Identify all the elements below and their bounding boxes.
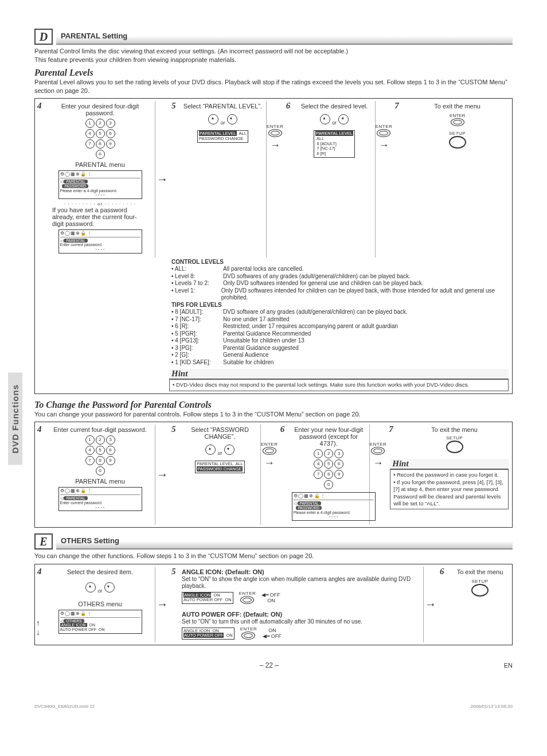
or-text: or	[217, 450, 222, 456]
enter-button-icon	[451, 118, 464, 126]
parental-menu-screen-2: ⚙ ◯ ▦ ⊕ 🔒 ⋮ ◁ PARENTAL Enter current pas…	[58, 229, 142, 254]
step-4: 4 Enter your desired four-digit password…	[35, 101, 155, 257]
auto-power-off-block: AUTO POWER OFF: (Default: ON) Set to “ON…	[182, 611, 420, 641]
step-num: 4	[37, 424, 42, 434]
step-num: 6	[280, 424, 285, 434]
up-arrow-icon	[208, 114, 218, 124]
page-number: – 22 –	[34, 661, 504, 669]
mini-menu: PARENTAL LEVEL ALL PASSWORD CHANGE	[197, 130, 248, 142]
enter-button-icon	[241, 632, 255, 640]
or-divider: · · · · · · · · · or · · · · · · · · ·	[49, 201, 151, 206]
setup-label: SETUP	[400, 435, 509, 441]
setup-button-icon	[471, 584, 489, 597]
section-title-e: OTHERS Setting	[56, 533, 513, 550]
enter-button-group: ENTER →	[261, 424, 278, 469]
enter-button-icon	[377, 129, 390, 137]
section-letter-e: E	[34, 533, 53, 550]
or-text: or	[220, 120, 225, 126]
others-step-6: 6 To exit the menu SETUP	[437, 567, 512, 642]
step-text: Select the desired item.	[49, 568, 151, 575]
hint-text: • Record the password in case you forget…	[390, 469, 509, 509]
up-arrow-icon	[85, 582, 96, 593]
up-arrow-icon	[205, 445, 216, 455]
mini-menu: PARENTAL LEVEL ALL 8 [ADULT] 7 [NC-17] 6…	[314, 130, 355, 157]
mini-menu: PARENTAL LEVEL ALL PASSWORD CHANGE	[195, 461, 244, 473]
change-password-heading: To Change the Password for Parental Cont…	[34, 400, 513, 410]
hint-title: Hint	[169, 369, 509, 379]
setup-button-icon	[449, 136, 466, 149]
print-line: DVC840G_E8A02UD.indd 22 2006/01/12 13:08…	[34, 704, 513, 709]
step-num: 5	[171, 101, 176, 111]
parental-menu-screen-1: ⚙ ◯ ▦ ⊕ 🔒 ⋮ ◁ PARENTAL PASSWORD Please e…	[58, 170, 142, 199]
step-num: 4	[37, 101, 42, 111]
tips-title: TIPS FOR LEVELS	[171, 302, 222, 308]
pw-step-6: 6 Enter your new four-digit password (ex…	[278, 424, 370, 525]
change-password-text: You can change your password for parenta…	[34, 410, 513, 419]
flow-arrow-icon: →	[155, 173, 169, 186]
step-num: 7	[394, 101, 399, 111]
side-tab: DVD Functions	[8, 373, 22, 465]
print-date: 2006/01/12 13:08:20	[471, 704, 513, 709]
hint-box: Hint • DVD-Video discs may not respond t…	[169, 369, 509, 391]
step-num: 7	[389, 424, 393, 434]
option-arrows: ON ◀━ OFF	[263, 628, 282, 639]
step-text: Select “PARENTAL LEVEL”.	[183, 103, 263, 110]
pw-step-7: 7 To exit the menu SETUP Hint • Record t…	[386, 424, 512, 525]
control-levels: CONTROL LEVELS • ALL:All parental locks …	[166, 258, 512, 368]
parental-screen: ⚙ ◯ ▦ ⊕ 🔒 ⋮ ◁ PARENTAL PASSWORD Please e…	[292, 492, 376, 521]
setup-button-icon	[446, 441, 463, 453]
option-arrows: ◀━ OFF ON	[261, 592, 280, 603]
section-d-intro: Parental Control limits the disc viewing…	[34, 47, 513, 64]
step-text: Select the desired level.	[298, 103, 372, 110]
step-num: 5	[171, 567, 176, 576]
page-lang: EN	[504, 662, 513, 669]
updown-arrows-icon: ↑↓	[36, 618, 40, 637]
print-file: DVC840G_E8A02UD.indd 22	[34, 704, 95, 709]
keypad: 123 456 789 0	[49, 435, 151, 476]
parental-levels-text: Parental Level allows you to set the rat…	[34, 78, 513, 95]
page-footer: – 22 – EN	[34, 661, 513, 669]
alt-password-text: If you have set a password already, ente…	[49, 206, 151, 227]
hint-title: Hint	[390, 459, 509, 469]
or-text: or	[332, 120, 337, 126]
parental-levels-heading: Parental Levels	[34, 68, 513, 78]
section-e-intro: You can change the other functions. Foll…	[34, 552, 513, 560]
others-steps: 4 Select the desired item. or OTHERS men…	[34, 564, 513, 645]
setup-label: SETUP	[451, 579, 509, 584]
enter-button-group: ENTER →	[376, 101, 393, 151]
step-text: To exit the menu	[406, 103, 509, 110]
step-num: 4	[37, 567, 42, 576]
down-arrow-icon	[104, 582, 115, 593]
down-arrow-icon	[338, 114, 349, 124]
up-arrow-icon	[320, 114, 330, 124]
or-text: or	[97, 588, 102, 594]
menu-label: PARENTAL menu	[49, 161, 151, 168]
enter-button-icon	[240, 596, 254, 604]
section-d-header: D PARENTAL Setting	[34, 29, 513, 45]
mini-menu: ANGLE ICON ON AUTO POWER OFF ON	[182, 592, 233, 604]
step-text: Enter your desired four-digit password.	[49, 103, 151, 116]
control-levels-title: CONTROL LEVELS	[171, 259, 224, 265]
enter-button-group: ENTER →	[267, 101, 284, 151]
down-arrow-icon	[224, 445, 235, 455]
intro-line1: Parental Control limits the disc viewing…	[34, 48, 348, 54]
step-text: Enter your new four-digit password (exce…	[292, 426, 366, 447]
others-screen: ⚙ ◯ ▦ ⊕ 🔒 ⋮ ◁ OTHERS ANGLE ICON ON AUTO …	[58, 610, 142, 634]
step-text: Enter current four-digit password.	[49, 426, 151, 433]
section-letter-d: D	[34, 29, 53, 45]
enter-button-icon	[263, 447, 276, 455]
step-num: 6	[440, 567, 444, 576]
menu-label: PARENTAL menu	[49, 478, 151, 485]
enter-label: ENTER	[406, 113, 509, 118]
pw-step-5: 5 Select “PASSWORD CHANGE”. or PARENTAL …	[169, 424, 261, 525]
angle-icon-block: ANGLE ICON: (Default: ON) Set to “ON” to…	[182, 568, 420, 605]
parental-screen: ⚙ ◯ ▦ ⊕ 🔒 ⋮ ◁ PARENTAL Enter current pas…	[58, 487, 142, 511]
step-num: 6	[286, 101, 291, 111]
mini-menu: ANGLE ICON ON AUTO POWER OFF ON	[182, 628, 235, 640]
flow-arrow-icon: →	[155, 598, 169, 611]
step-7: 7 To exit the menu ENTER SETUP	[392, 101, 512, 257]
step-5: 5 Select “PARENTAL LEVEL”. or PARENTAL L…	[169, 101, 267, 257]
others-step-4: 4 Select the desired item. or OTHERS men…	[35, 567, 155, 642]
hint-text: • DVD-Video discs may not respond to the…	[169, 379, 509, 391]
step-6: 6 Select the desired level. or PARENTAL …	[284, 101, 376, 257]
